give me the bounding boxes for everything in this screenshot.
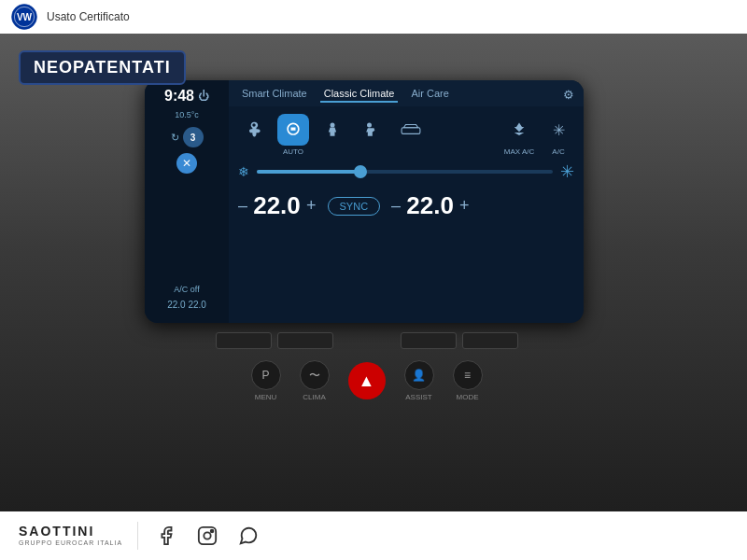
- physical-button-row: P MENU 〜 CLIMA ▲ 👤 ASSIST ≡ MODE: [112, 353, 621, 409]
- saottini-logo: SAOTTINI GRUPPO EUROCAR ITALIA: [19, 525, 122, 546]
- outside-temp: 10.5°c: [175, 110, 199, 119]
- right-temp-plus[interactable]: +: [459, 196, 470, 216]
- physical-controls: P MENU 〜 CLIMA ▲ 👤 ASSIST ≡ MODE: [112, 332, 621, 409]
- vw-logo: VW: [11, 4, 37, 30]
- recirculate-icon[interactable]: ↻: [171, 132, 179, 144]
- fan-slider-thumb[interactable]: [354, 165, 367, 178]
- max-ac-icon-btn[interactable]: MAX A/C: [503, 114, 535, 156]
- vent-slot-4: [462, 332, 518, 349]
- neo-badge: NEOPATENTATI: [19, 50, 186, 85]
- vent-center-gap: [339, 332, 395, 349]
- fan-slider-fill: [257, 170, 360, 174]
- screen-main-content: Smart Climate Classic Climate Air Care ⚙: [229, 80, 584, 323]
- right-temp-minus[interactable]: –: [391, 196, 401, 216]
- hazard-triangle-icon: ▲: [359, 371, 375, 391]
- left-temp-plus[interactable]: +: [306, 196, 317, 216]
- assist-btn-icon: 👤: [404, 360, 434, 390]
- brand-label: Usato Certificato: [47, 10, 130, 23]
- assist-btn-label: ASSIST: [405, 393, 431, 401]
- windshield-icon-btn[interactable]: [395, 114, 427, 146]
- assist-button[interactable]: 👤 ASSIST: [404, 360, 434, 401]
- mode-button[interactable]: ≡ MODE: [453, 360, 483, 401]
- screen-left-panel: 9:48 ⏻ 10.5°c ↻ 3 ✕ A/C off 22.0 22.0: [145, 80, 229, 323]
- fan-slider-track[interactable]: [257, 170, 553, 174]
- vent-slot-2: [277, 332, 333, 349]
- temperature-row: – 22.0 + SYNC – 22.0 +: [229, 186, 584, 224]
- svg-point-3: [331, 123, 335, 128]
- close-button[interactable]: ✕: [176, 153, 197, 174]
- auto-icon-label: AUTO: [283, 147, 303, 156]
- whatsapp-link[interactable]: [235, 523, 261, 549]
- fan-low-icon: ❄: [238, 164, 249, 179]
- footer: SAOTTINI GRUPPO EUROCAR ITALIA: [0, 511, 747, 560]
- main-area: NEOPATENTATI 9:48 ⏻ 10.5°c ↻ 3 ✕ A/C off…: [0, 34, 747, 560]
- hazard-button[interactable]: ▲: [348, 362, 386, 399]
- person-feet-icon-btn[interactable]: [356, 114, 388, 146]
- climate-icons-row: AUTO: [229, 106, 584, 158]
- menu-btn-icon: P: [251, 360, 281, 390]
- ac-label: A/C: [552, 147, 564, 156]
- clima-button[interactable]: 〜 CLIMA: [300, 360, 330, 401]
- neo-badge-text: NEOPATENTATI: [34, 58, 171, 77]
- left-temp-value: 22.0: [251, 191, 303, 220]
- facebook-link[interactable]: [153, 523, 179, 549]
- ac-off-label: A/C off: [174, 285, 199, 294]
- infotainment-screen: 9:48 ⏻ 10.5°c ↻ 3 ✕ A/C off 22.0 22.0 Sm…: [145, 80, 584, 323]
- saottini-brand-main: SAOTTINI: [19, 525, 122, 539]
- fan-level-badge: 3: [183, 127, 204, 147]
- instagram-link[interactable]: [194, 523, 220, 549]
- saottini-brand-sub: GRUPPO EUROCAR ITALIA: [19, 539, 122, 547]
- svg-text:VW: VW: [17, 12, 33, 22]
- vent-slot-1: [216, 332, 272, 349]
- left-panel-temps: 22.0 22.0: [167, 300, 206, 310]
- menu-button[interactable]: P MENU: [251, 360, 281, 401]
- ac-icon-btn[interactable]: ✳ A/C: [543, 114, 574, 156]
- power-icon[interactable]: ⏻: [198, 90, 209, 103]
- person-front-icon-btn[interactable]: [317, 114, 348, 146]
- svg-point-7: [204, 532, 210, 539]
- sync-button[interactable]: SYNC: [328, 197, 381, 216]
- settings-gear-icon[interactable]: ⚙: [563, 88, 574, 102]
- tab-air-care[interactable]: Air Care: [407, 86, 452, 103]
- top-bar: VW Usato Certificato: [0, 0, 747, 34]
- clima-btn-icon: 〜: [300, 360, 330, 390]
- fan-high-icon: ✳: [560, 161, 574, 182]
- vent-row: [112, 332, 621, 349]
- tab-smart-climate[interactable]: Smart Climate: [238, 86, 311, 103]
- svg-point-4: [367, 123, 372, 128]
- right-temp-value: 22.0: [404, 191, 456, 220]
- vent-slot-3: [401, 332, 457, 349]
- footer-divider: [137, 522, 138, 550]
- clima-btn-label: CLIMA: [303, 393, 325, 401]
- fan-speed-row: ❄ ✳: [229, 158, 584, 186]
- fan-icon-btn[interactable]: [238, 114, 270, 147]
- auto-icon-btn[interactable]: AUTO: [277, 114, 309, 156]
- tab-classic-climate[interactable]: Classic Climate: [320, 86, 399, 103]
- left-temp-minus[interactable]: –: [238, 196, 247, 216]
- mode-btn-icon: ≡: [453, 360, 483, 390]
- mode-btn-label: MODE: [457, 393, 479, 401]
- climate-tabs-row: Smart Climate Classic Climate Air Care ⚙: [229, 80, 584, 106]
- time-display: 9:48: [164, 88, 194, 105]
- svg-point-8: [211, 530, 214, 533]
- svg-rect-5: [402, 128, 420, 134]
- menu-btn-label: MENU: [255, 393, 277, 401]
- max-ac-label: MAX A/C: [504, 147, 534, 156]
